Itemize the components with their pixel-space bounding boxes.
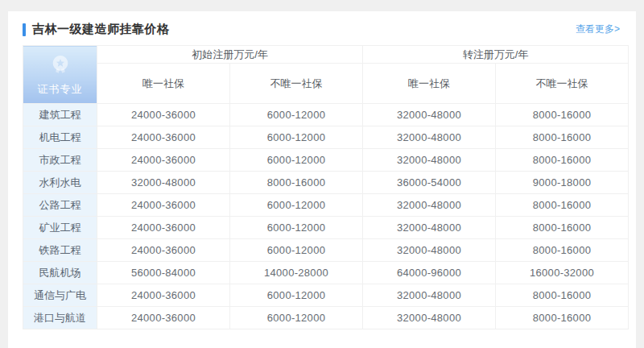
specialty-cell: 民航机场 <box>23 262 97 284</box>
table-row: 港口与航道 24000-36000 6000-12000 32000-48000… <box>23 307 629 329</box>
title-accent-bar <box>23 23 26 36</box>
table-cell: 24000-36000 <box>97 126 230 149</box>
sub-header-unique-1: 唯一社保 <box>97 64 230 104</box>
table-cell: 8000-16000 <box>496 126 629 149</box>
table-cell: 64000-96000 <box>363 262 496 284</box>
table-cell: 16000-32000 <box>496 262 629 284</box>
table-row: 机电工程 24000-36000 6000-12000 32000-48000 … <box>23 126 629 149</box>
group-header-row: 证书专业 初始注册万元/年 转注册万元/年 <box>23 46 629 64</box>
table-cell: 8000-16000 <box>496 194 629 217</box>
group-header-transfer: 转注册万元/年 <box>363 46 629 64</box>
sub-header-unique-2: 唯一社保 <box>363 64 496 104</box>
table-cell: 24000-36000 <box>97 217 230 239</box>
table-cell: 6000-12000 <box>230 104 363 126</box>
specialty-cell: 铁路工程 <box>23 239 97 262</box>
table-cell: 8000-16000 <box>496 284 629 307</box>
table-cell: 6000-12000 <box>230 149 363 172</box>
table-cell: 6000-12000 <box>230 126 363 149</box>
specialty-cell: 公路工程 <box>23 194 97 217</box>
specialty-cell: 机电工程 <box>23 126 97 149</box>
table-row: 通信与广电 24000-36000 6000-12000 32000-48000… <box>23 284 629 307</box>
table-cell: 32000-48000 <box>363 307 496 329</box>
table-cell: 9000-18000 <box>496 172 629 194</box>
table-cell: 56000-84000 <box>97 262 230 284</box>
table-row: 民航机场 56000-84000 14000-28000 64000-96000… <box>23 262 629 284</box>
table-cell: 32000-48000 <box>363 194 496 217</box>
table-cell: 8000-16000 <box>496 149 629 172</box>
card-header: 吉林一级建造师挂靠价格 查看更多> <box>8 11 636 45</box>
table-cell: 6000-12000 <box>230 194 363 217</box>
table-cell: 32000-48000 <box>363 217 496 239</box>
group-header-initial: 初始注册万元/年 <box>97 46 363 64</box>
table-row: 公路工程 24000-36000 6000-12000 32000-48000 … <box>23 194 629 217</box>
table-cell: 32000-48000 <box>363 239 496 262</box>
specialty-cell: 建筑工程 <box>23 104 97 126</box>
sub-header-row: 唯一社保 不唯一社保 唯一社保 不唯一社保 <box>23 64 629 104</box>
specialty-cell: 矿业工程 <box>23 217 97 239</box>
view-more-link[interactable]: 查看更多> <box>576 23 620 36</box>
table-cell: 24000-36000 <box>97 284 230 307</box>
title-wrap: 吉林一级建造师挂靠价格 <box>23 22 170 37</box>
table-cell: 14000-28000 <box>230 262 363 284</box>
table-row: 市政工程 24000-36000 6000-12000 32000-48000 … <box>23 149 629 172</box>
corner-header-label: 证书专业 <box>38 82 83 97</box>
table-row: 水利水电 32000-48000 8000-16000 36000-54000 … <box>23 172 629 194</box>
table-cell: 32000-48000 <box>363 126 496 149</box>
table-cell: 24000-36000 <box>97 307 230 329</box>
table-cell: 24000-36000 <box>97 239 230 262</box>
specialty-cell: 市政工程 <box>23 149 97 172</box>
price-card: 吉林一级建造师挂靠价格 查看更多> <box>8 11 636 348</box>
table-cell: 8000-16000 <box>230 172 363 194</box>
table-row: 建筑工程 24000-36000 6000-12000 32000-48000 … <box>23 104 629 126</box>
table-cell: 8000-16000 <box>496 217 629 239</box>
table-row: 铁路工程 24000-36000 6000-12000 32000-48000 … <box>23 239 629 262</box>
table-cell: 32000-48000 <box>363 104 496 126</box>
table-cell: 32000-48000 <box>363 284 496 307</box>
table-cell: 6000-12000 <box>230 284 363 307</box>
table-cell: 8000-16000 <box>496 239 629 262</box>
table-cell: 24000-36000 <box>97 104 230 126</box>
sub-header-nonunique-2: 不唯一社保 <box>496 64 629 104</box>
table-cell: 8000-16000 <box>496 307 629 329</box>
corner-header-cell: 证书专业 <box>23 46 97 104</box>
page-title: 吉林一级建造师挂靠价格 <box>32 22 170 37</box>
sub-header-nonunique-1: 不唯一社保 <box>230 64 363 104</box>
table-cell: 24000-36000 <box>97 194 230 217</box>
table-cell: 24000-36000 <box>97 149 230 172</box>
specialty-cell: 水利水电 <box>23 172 97 194</box>
table-body: 建筑工程 24000-36000 6000-12000 32000-48000 … <box>23 104 629 329</box>
table-row: 矿业工程 24000-36000 6000-12000 32000-48000 … <box>23 217 629 239</box>
table-cell: 6000-12000 <box>230 217 363 239</box>
table-cell: 6000-12000 <box>230 239 363 262</box>
table-cell: 6000-12000 <box>230 307 363 329</box>
medal-icon <box>47 52 73 81</box>
specialty-cell: 通信与广电 <box>23 284 97 307</box>
table-cell: 32000-48000 <box>97 172 230 194</box>
table-cell: 32000-48000 <box>363 149 496 172</box>
table-cell: 36000-54000 <box>363 172 496 194</box>
table-cell: 8000-16000 <box>496 104 629 126</box>
specialty-cell: 港口与航道 <box>23 307 97 329</box>
price-table: 证书专业 初始注册万元/年 转注册万元/年 唯一社保 不唯一社保 唯一社保 不唯… <box>23 45 629 329</box>
